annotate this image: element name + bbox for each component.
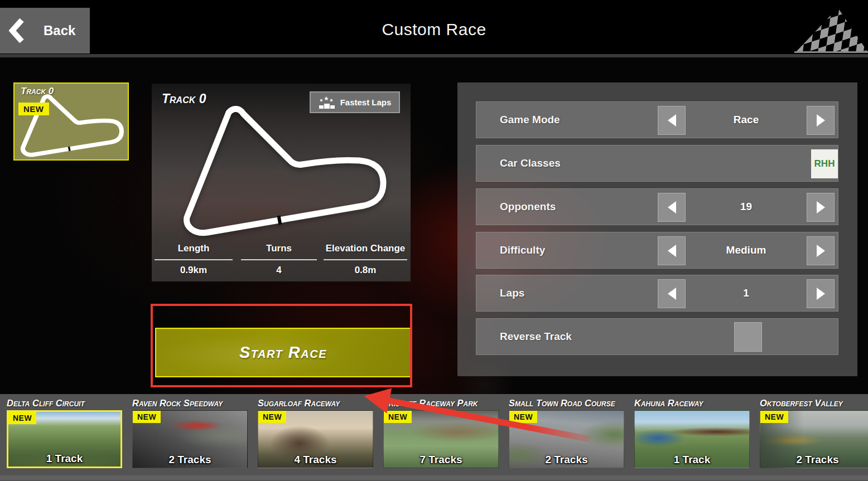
stat-length-value: 0.9km	[155, 260, 233, 276]
start-race-label: Start Race	[239, 343, 327, 362]
difficulty-prev-button[interactable]	[658, 236, 686, 265]
difficulty-label: Difficulty	[500, 232, 545, 268]
track-stats: Length 0.9km Turns 4 Elevation Change 0.…	[152, 242, 411, 281]
start-race-button[interactable]: Start Race	[155, 328, 411, 377]
track-card-image: 1 Track	[634, 410, 750, 468]
game-mode-value: Race	[686, 102, 807, 138]
stat-elevation-label: Elevation Change	[324, 243, 407, 260]
track-card-sugarloaf-raceway[interactable]: Sugarloaf Raceway NEW 4 Tracks	[258, 396, 373, 468]
top-bar: Back Custom Race	[0, 0, 868, 54]
selected-track-thumbnail[interactable]: Track 0 NEW	[13, 82, 129, 161]
setting-row-reverse-track: Reverse Track	[476, 318, 838, 355]
chevron-left-icon	[668, 288, 676, 300]
setting-row-laps: Laps 1	[476, 275, 838, 312]
track-card-small-town-road-course[interactable]: Small Town Road Course NEW 2 Tracks	[509, 396, 624, 468]
stat-elevation-value: 0.8m	[324, 260, 407, 276]
track-card-count: 2 Tracks	[509, 454, 624, 466]
fastest-laps-label: Fastest Laps	[340, 98, 392, 107]
track-select-strip: Delta Cliff Circuit NEW 1 Track Raven Ro…	[0, 394, 868, 481]
track-card-title: Kahuna Raceway	[634, 396, 750, 410]
reverse-track-label: Reverse Track	[500, 319, 572, 354]
track-card-count: 2 Tracks	[760, 454, 868, 466]
game-mode-prev-button[interactable]	[658, 106, 686, 135]
page-title: Custom Race	[0, 20, 868, 39]
track-card-count: 4 Tracks	[258, 454, 373, 466]
chevron-right-icon	[817, 114, 825, 127]
chevron-left-icon	[668, 114, 676, 127]
track-card-image: NEW 2 Tracks	[509, 410, 624, 468]
track-card-kahuna-raceway[interactable]: Kahuna Raceway 1 Track	[634, 396, 750, 468]
game-mode-label: Game Mode	[500, 102, 560, 138]
chevron-right-icon	[817, 245, 825, 257]
opponents-prev-button[interactable]	[658, 193, 686, 222]
custom-race-screen: Back Custom Race Track 0 NEW T	[0, 0, 868, 481]
stat-length-label: Length	[155, 243, 233, 260]
new-badge: NEW	[384, 411, 412, 423]
fastest-laps-button[interactable]: Fastest Laps	[310, 91, 400, 113]
track-card-count: 7 Tracks	[384, 454, 498, 466]
track-card-image: NEW 2 Tracks	[132, 410, 248, 468]
track-card-title: Small Town Road Course	[509, 396, 624, 410]
checkered-flag-icon	[794, 3, 868, 56]
stat-turns: Turns 4	[241, 243, 317, 276]
chevron-right-icon	[817, 288, 825, 300]
track-card-image: NEW 4 Tracks	[258, 410, 373, 468]
track-card-title: Tristate Raceway Park	[383, 396, 499, 410]
track-card-count: 1 Track	[8, 453, 120, 465]
opponents-next-button[interactable]	[807, 193, 835, 222]
laps-next-button[interactable]	[807, 279, 835, 308]
difficulty-value: Medium	[686, 232, 807, 268]
setting-row-game-mode: Game Mode Race	[476, 101, 838, 138]
laps-prev-button[interactable]	[658, 279, 686, 308]
track-card-image: NEW 2 Tracks	[760, 410, 868, 468]
car-class-badge[interactable]: RHH	[811, 149, 838, 178]
header-divider	[0, 54, 868, 57]
new-badge: NEW	[18, 103, 49, 115]
track-card-title: Oktoberfest Valley	[760, 396, 868, 410]
track-detail-panel: Track 0 Fastest Laps Length 0.9km Turns …	[152, 84, 411, 281]
laps-label: Laps	[500, 275, 524, 311]
chevron-right-icon	[817, 201, 825, 213]
opponents-value: 19	[686, 189, 807, 225]
track-card-title: Delta Cliff Circuit	[7, 396, 122, 410]
game-mode-next-button[interactable]	[807, 106, 835, 135]
stat-elevation: Elevation Change 0.8m	[324, 243, 407, 276]
new-badge: NEW	[133, 411, 161, 423]
chevron-left-icon	[668, 245, 676, 257]
setting-row-difficulty: Difficulty Medium	[476, 232, 838, 269]
podium-icon	[319, 96, 335, 109]
opponents-label: Opponents	[500, 189, 556, 225]
stat-length: Length 0.9km	[155, 243, 233, 276]
stat-turns-value: 4	[241, 260, 317, 276]
track-card-image: NEW 1 Track	[7, 410, 122, 468]
thumbnail-track-name: Track 0	[21, 86, 54, 97]
track-card-raven-rock-speedway[interactable]: Raven Rock Speedway NEW 2 Tracks	[132, 396, 248, 468]
track-card-oktoberfest-valley[interactable]: Oktoberfest Valley NEW 2 Tracks	[760, 396, 868, 468]
new-badge: NEW	[509, 411, 537, 423]
new-badge: NEW	[8, 412, 36, 424]
difficulty-next-button[interactable]	[807, 236, 835, 265]
detail-track-name: Track 0	[162, 91, 206, 106]
track-card-count: 2 Tracks	[133, 454, 247, 466]
setting-row-car-classes: Car Classes RHH	[476, 145, 838, 182]
new-badge: NEW	[760, 411, 788, 423]
stat-turns-label: Turns	[241, 243, 317, 260]
track-card-count: 1 Track	[635, 454, 749, 466]
car-classes-label: Car Classes	[500, 145, 561, 181]
track-card-title: Raven Rock Speedway	[132, 396, 248, 410]
track-card-tristate-raceway-park[interactable]: Tristate Raceway Park NEW 7 Tracks	[383, 396, 499, 468]
chevron-left-icon	[668, 201, 676, 213]
new-badge: NEW	[258, 411, 286, 423]
laps-value: 1	[686, 275, 807, 311]
reverse-track-checkbox[interactable]	[734, 322, 762, 352]
track-card-image: NEW 7 Tracks	[383, 410, 499, 468]
setting-row-opponents: Opponents 19	[476, 188, 838, 225]
track-card-delta-cliff-circuit[interactable]: Delta Cliff Circuit NEW 1 Track	[7, 396, 122, 468]
track-card-title: Sugarloaf Raceway	[258, 396, 373, 410]
race-settings-panel: Game Mode Race Car Classes RHH Opponents…	[457, 82, 857, 376]
